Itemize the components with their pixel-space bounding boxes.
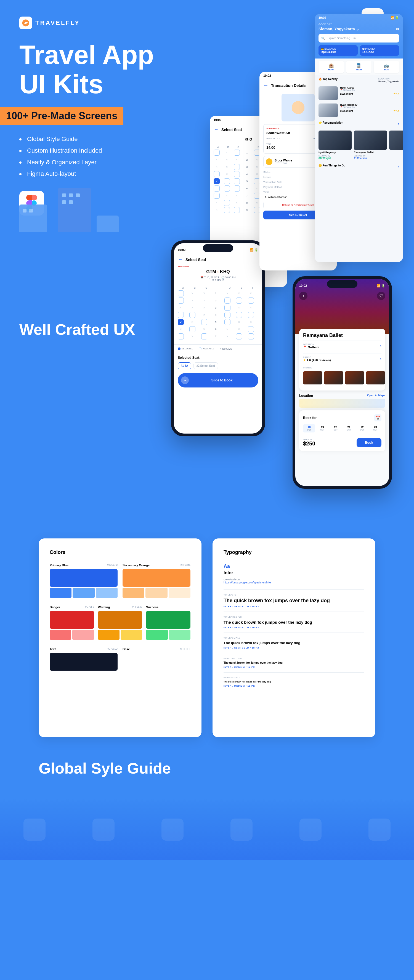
- date-picker: 18OCT19OCT20OCT21OCT22OCT23OCT: [303, 422, 381, 435]
- to-code: KHQ: [220, 269, 230, 274]
- seat[interactable]: [248, 326, 254, 332]
- loc-value: Gotham: [308, 345, 319, 349]
- flight-hour: 06:00 PM: [225, 276, 236, 279]
- flight-date: TUE, 27 OCT: [204, 276, 219, 279]
- seat[interactable]: [178, 333, 184, 339]
- seat[interactable]: [234, 185, 240, 191]
- color-block: Danger#D73F2: [50, 606, 94, 640]
- chevron-right-icon[interactable]: ›: [398, 164, 399, 169]
- seat[interactable]: [189, 312, 196, 318]
- hotel-item[interactable]: Hyatt Regency📍 SLEMAN, DIY$125 /night★ 4…: [315, 102, 403, 119]
- seat[interactable]: [236, 312, 242, 318]
- rating-label: RATING: [303, 356, 331, 358]
- calendar-icon[interactable]: 📅: [374, 414, 381, 422]
- colors-panel: Colors Primary Blue#0D5EF2Secondary Oran…: [39, 538, 201, 737]
- typography-panel: Typography Aa Inter Download Font https:…: [213, 538, 375, 737]
- back-icon[interactable]: ←: [178, 257, 183, 262]
- seat[interactable]: [248, 333, 254, 339]
- date-option[interactable]: 23OCT: [369, 424, 381, 433]
- seat: ✕: [264, 185, 270, 191]
- seat[interactable]: [213, 192, 220, 199]
- footer-icons: [0, 799, 414, 860]
- type-specimen: TITLE/SMALLThe quick brown fox jumps ove…: [224, 633, 364, 653]
- features-list: Global Style GuideCustom Illustration In…: [19, 133, 395, 180]
- seat: ✕: [189, 333, 196, 339]
- download-link[interactable]: https://fonts.google.com/specimen/Inter: [224, 581, 364, 584]
- tx-row: Total: [263, 189, 333, 194]
- seat[interactable]: [178, 290, 184, 296]
- seat[interactable]: [225, 319, 231, 325]
- photo-gallery[interactable]: [303, 369, 381, 387]
- seat[interactable]: [234, 207, 240, 213]
- seat-tag-2[interactable]: #2 Select Seat: [193, 362, 218, 369]
- seat[interactable]: [274, 185, 280, 191]
- tx-row: Transaction Date: [263, 180, 333, 185]
- back-icon[interactable]: ←: [213, 127, 218, 132]
- see-ticket-button[interactable]: See E-Ticket: [263, 211, 333, 220]
- chevron-right-icon[interactable]: ›: [380, 344, 381, 348]
- seat[interactable]: [248, 298, 254, 304]
- seat: ✕: [234, 192, 240, 199]
- map-preview[interactable]: [299, 399, 385, 407]
- seat: ✕: [224, 192, 230, 199]
- seat[interactable]: [254, 207, 260, 213]
- seat[interactable]: [225, 305, 231, 311]
- favorite-button[interactable]: ♡: [377, 292, 385, 300]
- pin-icon: 📍: [303, 345, 307, 349]
- section-title: Global Syle Guide: [0, 754, 414, 799]
- chevron-right-icon[interactable]: ›: [398, 121, 399, 126]
- seat: ✕: [189, 290, 196, 296]
- seat[interactable]: [224, 207, 230, 213]
- date-option[interactable]: 21OCT: [343, 424, 355, 433]
- seat[interactable]: [178, 298, 184, 304]
- seat: ✕: [248, 290, 254, 296]
- guest-name: 1. William Johanson: [260, 194, 337, 199]
- book-button[interactable]: Book: [357, 438, 381, 447]
- seat-tag-1[interactable]: #1 5A: [178, 362, 191, 369]
- color-block: Base#FFFFFF: [123, 648, 190, 671]
- chevron-right-icon[interactable]: ›: [380, 356, 381, 361]
- mail-icon[interactable]: ✉: [396, 27, 399, 31]
- brand: TRAVELFLY: [19, 17, 395, 29]
- figma-icon: [19, 191, 44, 216]
- seat[interactable]: ✓: [178, 319, 184, 325]
- seat[interactable]: [248, 312, 254, 318]
- seat[interactable]: [225, 312, 231, 318]
- slide-to-book[interactable]: →Slide to Book: [178, 373, 258, 388]
- seat[interactable]: [189, 326, 196, 332]
- seat[interactable]: [254, 192, 260, 199]
- brand-name: TRAVELFLY: [35, 19, 80, 27]
- seat: ✕: [254, 185, 260, 191]
- back-button[interactable]: ‹: [299, 292, 307, 300]
- seat[interactable]: [224, 185, 230, 191]
- seat[interactable]: [236, 333, 242, 339]
- seat[interactable]: [201, 319, 207, 325]
- seat[interactable]: [236, 298, 242, 304]
- seat[interactable]: [213, 185, 220, 191]
- type-specimen: TITLE/MEDIUMThe quick brown fox jumps ov…: [224, 612, 364, 633]
- seat: 1: [213, 290, 219, 296]
- event-title: Ramayana Ballet: [303, 332, 381, 338]
- seat[interactable]: [201, 333, 207, 339]
- open-maps-link[interactable]: Open in Maps: [367, 394, 385, 398]
- seat[interactable]: [225, 298, 231, 304]
- refund-link[interactable]: Refund or Reschedule Ticket: [263, 202, 333, 208]
- seat[interactable]: [178, 312, 184, 318]
- seat[interactable]: [274, 207, 280, 213]
- download-label: Download Font: [224, 578, 364, 581]
- seat: 3: [213, 305, 219, 311]
- seat[interactable]: [264, 192, 270, 199]
- seat[interactable]: [224, 200, 230, 206]
- seat: ✕: [189, 319, 196, 325]
- seat-grid: ABCDEF✕✕1✕✕✕✕✕2✕✕✕3✕✕✕4✓✕5✕✕✕✕6✕✕✕7✕: [174, 284, 262, 342]
- seat: 5: [213, 319, 219, 325]
- seat: ✕: [189, 305, 196, 311]
- selected-seat-label: Selected Seat:: [174, 353, 262, 362]
- date-option[interactable]: 22OCT: [356, 424, 368, 433]
- fingerprint-icon: [92, 819, 115, 841]
- date-option[interactable]: 18OCT: [303, 424, 315, 433]
- ux-phones: 19:02📶 🔋 ←Select Seat Southwest GTM › KH…: [171, 240, 392, 516]
- date-option[interactable]: 19OCT: [316, 424, 328, 433]
- photos-label: PHOTOS: [303, 364, 381, 369]
- date-option[interactable]: 20OCT: [330, 424, 342, 433]
